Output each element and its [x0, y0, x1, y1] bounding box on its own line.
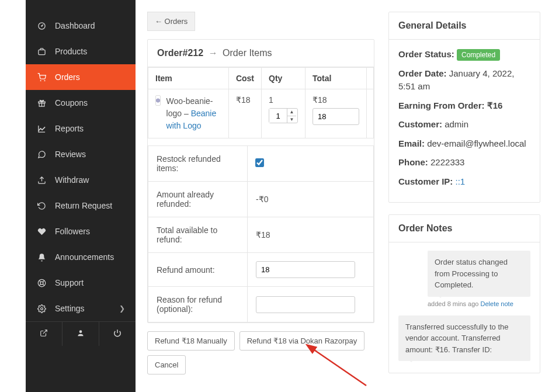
order-note: Transferred successfully to the vendor a… — [398, 315, 530, 362]
sidebar-item-orders[interactable]: Orders — [26, 64, 136, 90]
order-number: Order#212 — [157, 48, 203, 58]
sidebar-item-label: Coupons — [55, 98, 88, 107]
back-to-orders-link[interactable]: ← Orders — [147, 12, 195, 31]
refund-amount-input[interactable] — [256, 261, 355, 278]
restock-checkbox[interactable] — [255, 158, 264, 167]
already-refunded-value: -₹0 — [248, 182, 374, 217]
sidebar-item-label: Reports — [55, 124, 84, 133]
item-total-input[interactable] — [313, 108, 359, 125]
cart-icon — [36, 73, 47, 82]
refund-reason-input[interactable] — [256, 296, 355, 313]
chart-icon — [36, 124, 47, 133]
arrow-icon: → — [209, 48, 218, 58]
sidebar: DashboardProductsOrdersCouponsReportsRev… — [26, 0, 136, 392]
item-qty-display: 1 — [269, 95, 298, 105]
email-value: dev-email@flywheel.local — [427, 138, 526, 148]
sidebar-power-button[interactable] — [99, 322, 136, 346]
refund-gateway-button[interactable]: Refund ₹18 via Dokan Razorpay — [239, 331, 365, 351]
general-details-card: General Details Order Status: Completed … — [388, 12, 540, 203]
svg-point-3 — [40, 80, 41, 81]
col-total: Total — [305, 68, 367, 89]
speech-icon — [36, 150, 47, 159]
qty-input[interactable] — [269, 109, 287, 123]
sidebar-item-reports[interactable]: Reports — [26, 116, 136, 141]
order-items-subtitle: Order Items — [223, 48, 272, 58]
sidebar-item-label: Reviews — [55, 150, 86, 159]
order-notes-title: Order Notes — [389, 215, 540, 242]
order-note: Order status changed from Processing to … — [428, 251, 530, 297]
svg-point-4 — [44, 80, 45, 81]
svg-point-1 — [41, 25, 43, 27]
table-row: Woo-beanie-logo – Beanie with Logo ₹18 1 — [148, 89, 374, 138]
bell-icon — [36, 253, 47, 262]
gift-icon — [36, 99, 47, 107]
sidebar-item-label: Support — [55, 278, 84, 287]
ip-value[interactable]: ::1 — [456, 176, 466, 186]
upload-icon — [36, 176, 47, 185]
svg-point-17 — [79, 330, 82, 333]
svg-line-12 — [43, 284, 44, 286]
briefcase-icon — [36, 47, 47, 56]
svg-line-16 — [43, 330, 47, 334]
quantity-stepper[interactable]: ▲ ▼ — [269, 108, 298, 123]
stepper-down-icon[interactable]: ▼ — [287, 116, 296, 123]
stepper-up-icon[interactable]: ▲ — [287, 109, 296, 116]
sidebar-item-label: Return Request — [55, 201, 112, 210]
sidebar-item-label: Followers — [55, 227, 90, 236]
restock-label: Restock refunded items: — [148, 146, 248, 182]
sidebar-item-label: Announcements — [55, 252, 114, 262]
refund-manually-button[interactable]: Refund ₹18 Manually — [147, 331, 235, 351]
sidebar-user-button[interactable] — [63, 322, 99, 346]
customer-value: admin — [445, 119, 468, 129]
customer-label: Customer: — [398, 119, 442, 129]
sidebar-item-settings[interactable]: Settings❯ — [26, 296, 136, 321]
order-card-header: Order#212 → Order Items — [148, 40, 374, 67]
email-label: Email: — [398, 138, 425, 148]
sidebar-item-return-request[interactable]: Return Request — [26, 193, 136, 218]
delete-note-link[interactable]: Delete note — [481, 300, 513, 307]
sidebar-item-reviews[interactable]: Reviews — [26, 141, 136, 167]
sidebar-item-label: Withdraw — [55, 175, 89, 185]
col-spacer — [367, 68, 374, 89]
dashboard-icon — [36, 22, 47, 30]
status-badge: Completed — [457, 49, 500, 61]
sidebar-item-label: Dashboard — [55, 21, 95, 30]
sidebar-item-followers[interactable]: Followers — [26, 218, 136, 244]
rotate-icon — [36, 202, 47, 210]
gear-icon — [36, 304, 47, 313]
available-refund-value: ₹18 — [248, 217, 374, 253]
item-name-text: Woo-beanie-logo – Beanie with Logo — [166, 95, 221, 132]
item-total-display: ₹18 — [313, 95, 359, 105]
sidebar-item-products[interactable]: Products — [26, 39, 136, 64]
phone-value: 2222333 — [431, 157, 464, 167]
col-cost: Cost — [228, 68, 261, 89]
col-qty: Qty — [262, 68, 305, 89]
chevron-right-icon: ❯ — [119, 304, 125, 313]
ip-label: Customer IP: — [398, 176, 453, 186]
sidebar-item-label: Settings — [55, 304, 85, 313]
general-details-title: General Details — [389, 12, 540, 40]
sidebar-item-withdraw[interactable]: Withdraw — [26, 167, 136, 193]
order-notes-card: Order Notes Order status changed from Pr… — [388, 214, 540, 373]
product-thumbnail — [155, 95, 161, 106]
order-date-label: Order Date: — [398, 68, 447, 78]
lifebuoy-icon — [36, 279, 47, 287]
col-item: Item — [148, 68, 229, 89]
cancel-button[interactable]: Cancel — [147, 355, 186, 374]
sidebar-item-label: Orders — [55, 72, 80, 82]
sidebar-item-label: Products — [55, 47, 87, 56]
sidebar-item-coupons[interactable]: Coupons — [26, 90, 136, 116]
svg-line-13 — [43, 280, 44, 282]
svg-point-15 — [40, 307, 43, 310]
order-items-card: Order#212 → Order Items Item Cost Qty To… — [147, 39, 374, 323]
sidebar-item-dashboard[interactable]: Dashboard — [26, 13, 136, 39]
sidebar-item-announcements[interactable]: Announcements — [26, 244, 136, 270]
row-spacer — [367, 89, 374, 138]
sidebar-external-link-button[interactable] — [26, 322, 63, 346]
phone-label: Phone: — [398, 157, 428, 167]
refund-amount-label: Refund amount: — [148, 253, 248, 287]
sidebar-item-support[interactable]: Support — [26, 270, 136, 296]
available-refund-label: Total available to refund: — [148, 217, 248, 253]
earning-label: Earning From Order: — [398, 100, 485, 110]
already-refunded-label: Amount already refunded: — [148, 182, 248, 217]
